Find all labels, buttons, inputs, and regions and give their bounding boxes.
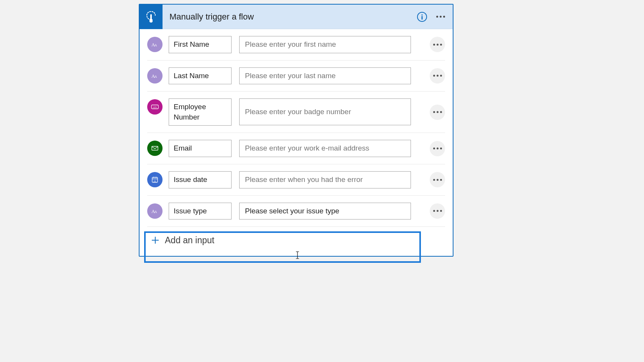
input-name-field[interactable] xyxy=(169,36,232,53)
input-description-field[interactable] xyxy=(239,98,411,125)
svg-rect-3 xyxy=(422,16,423,20)
input-description-field[interactable] xyxy=(239,67,411,85)
email-type-icon xyxy=(147,141,163,156)
input-row-menu-button[interactable] xyxy=(430,172,445,187)
input-row: AA xyxy=(147,61,445,92)
trigger-icon xyxy=(140,5,163,29)
input-row-menu-button[interactable] xyxy=(430,105,445,120)
input-row xyxy=(147,133,445,164)
inputs-list: AA AA 123 xyxy=(140,29,453,256)
card-menu-button[interactable] xyxy=(433,9,448,25)
input-name-field[interactable] xyxy=(169,203,232,220)
input-name-field[interactable] xyxy=(169,67,232,85)
add-input-button[interactable]: Add an input xyxy=(147,227,445,256)
input-name-field[interactable] xyxy=(169,98,232,126)
text-type-icon: AA xyxy=(147,203,163,219)
input-row: AA xyxy=(147,196,445,227)
input-row-menu-button[interactable] xyxy=(430,68,445,84)
text-type-icon: AA xyxy=(147,37,163,52)
add-input-label: Add an input xyxy=(165,235,214,246)
svg-rect-0 xyxy=(150,14,152,20)
input-row: 21 xyxy=(147,164,445,196)
input-row: AA xyxy=(147,29,445,61)
input-row-menu-button[interactable] xyxy=(430,37,445,52)
plus-icon xyxy=(150,234,161,246)
input-description-field[interactable] xyxy=(239,140,411,157)
trigger-card: Manually trigger a flow AA xyxy=(139,4,453,257)
text-type-icon: AA xyxy=(147,68,163,84)
card-title: Manually trigger a flow xyxy=(163,12,414,22)
svg-rect-10 xyxy=(152,146,158,150)
svg-point-2 xyxy=(421,14,422,15)
svg-text:A: A xyxy=(154,210,157,214)
svg-text:A: A xyxy=(154,75,157,79)
input-name-field[interactable] xyxy=(169,140,232,157)
input-description-field[interactable] xyxy=(239,203,411,220)
info-button[interactable] xyxy=(414,9,430,25)
input-row: 123 xyxy=(147,92,445,133)
card-header: Manually trigger a flow xyxy=(140,5,453,29)
input-description-field[interactable] xyxy=(239,36,411,53)
date-type-icon: 21 xyxy=(147,172,163,187)
svg-text:21: 21 xyxy=(154,179,157,182)
input-row-menu-button[interactable] xyxy=(430,141,445,156)
input-description-field[interactable] xyxy=(239,171,411,188)
input-name-field[interactable] xyxy=(169,171,232,188)
svg-text:A: A xyxy=(154,43,157,47)
input-row-menu-button[interactable] xyxy=(430,203,445,219)
svg-text:123: 123 xyxy=(153,106,157,109)
number-type-icon: 123 xyxy=(147,99,163,115)
